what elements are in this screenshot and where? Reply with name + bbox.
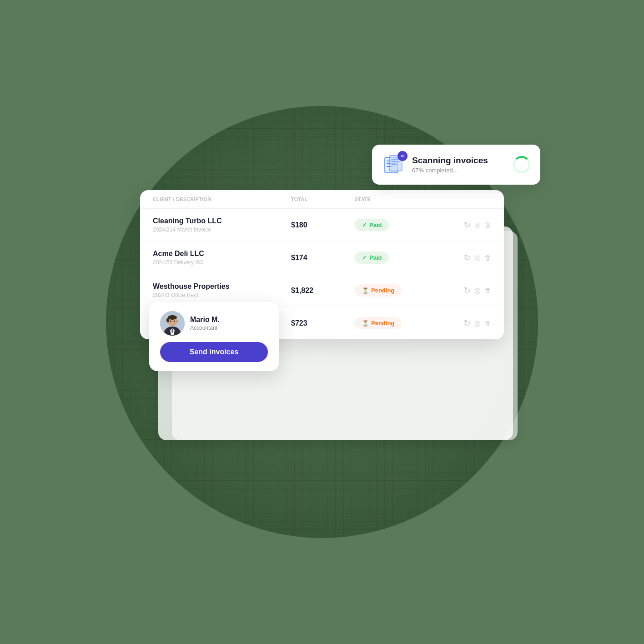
delete-icon[interactable]: 🗑	[484, 254, 491, 262]
table-row: Acme Deli LLC 2024/53 Delivery t63 $174 …	[140, 241, 504, 274]
refresh-icon[interactable]: ↻	[463, 318, 471, 328]
scanning-icon-wrap: AI	[382, 153, 406, 176]
delete-icon[interactable]: 🗑	[484, 221, 491, 229]
person-avatar-icon	[160, 311, 185, 336]
col-total: TOTAL	[291, 196, 355, 202]
user-popup-card: Mario M. Accountant Send invoices	[149, 302, 279, 371]
invoice-table-card: CLIENT / DESCRIPTION TOTAL STATE Cleanin…	[140, 190, 504, 339]
client-desc: 2024/53 Delivery t63	[153, 259, 291, 266]
client-name: Cleaning Turbo LLC	[153, 217, 291, 225]
hourglass-icon: ⏳	[362, 287, 369, 294]
delete-icon[interactable]: 🗑	[484, 319, 491, 327]
scanning-text: Scanning invoices 67% completed...	[412, 156, 507, 174]
table-header: CLIENT / DESCRIPTION TOTAL STATE	[140, 190, 504, 209]
delete-icon[interactable]: 🗑	[484, 287, 491, 294]
total-amount: $180	[291, 221, 355, 229]
hourglass-icon: ⏳	[362, 320, 369, 327]
total-amount: $1,822	[291, 287, 355, 295]
user-role: Accountant	[190, 325, 220, 331]
col-client: CLIENT / DESCRIPTION	[153, 196, 291, 202]
scanning-card: AI Scanning invoices 67% completed...	[372, 145, 540, 185]
table-row: Cleaning Turbo LLC 2024/214 March Invoic…	[140, 209, 504, 241]
user-info: Mario M. Accountant	[190, 316, 220, 331]
status-badge-pending: ⏳ Pending	[355, 284, 402, 297]
view-icon[interactable]: ◎	[474, 253, 481, 262]
status-badge-paid: ✓ Paid	[355, 252, 389, 264]
send-invoices-button[interactable]: Send invoices	[160, 342, 268, 362]
popup-user-row: Mario M. Accountant	[160, 311, 268, 336]
client-desc: 2024/3 Office Rent	[153, 292, 291, 298]
col-state: STATE	[355, 196, 437, 202]
loading-spinner	[513, 156, 530, 173]
svg-point-15	[174, 321, 175, 322]
status-badge-paid: ✓ Paid	[355, 219, 389, 231]
refresh-icon[interactable]: ↻	[463, 220, 471, 230]
avatar	[160, 311, 185, 336]
row-actions: ↻ ◎ 🗑	[437, 252, 491, 263]
scanning-title: Scanning invoices	[412, 156, 507, 166]
total-amount: $174	[291, 254, 355, 262]
client-name: Westhouse Properties	[153, 282, 291, 291]
client-desc: 2024/214 March Invoice	[153, 226, 291, 233]
total-amount: $723	[291, 319, 355, 327]
view-icon[interactable]: ◎	[474, 286, 481, 295]
client-name: Acme Deli LLC	[153, 250, 291, 258]
view-icon[interactable]: ◎	[474, 221, 481, 229]
status-badge-pending: ⏳ Pending	[355, 317, 402, 329]
refresh-icon[interactable]: ↻	[463, 252, 471, 263]
row-actions: ↻ ◎ 🗑	[437, 318, 491, 328]
row-actions: ↻ ◎ 🗑	[437, 285, 491, 296]
row-actions: ↻ ◎ 🗑	[437, 220, 491, 230]
view-icon[interactable]: ◎	[474, 319, 481, 327]
ai-badge: AI	[397, 151, 408, 161]
svg-rect-13	[176, 320, 178, 322]
svg-point-14	[170, 321, 171, 322]
svg-point-12	[166, 318, 169, 322]
svg-point-11	[168, 315, 177, 320]
refresh-icon[interactable]: ↻	[463, 285, 471, 296]
scanning-subtitle: 67% completed...	[412, 167, 507, 174]
user-name: Mario M.	[190, 316, 220, 324]
